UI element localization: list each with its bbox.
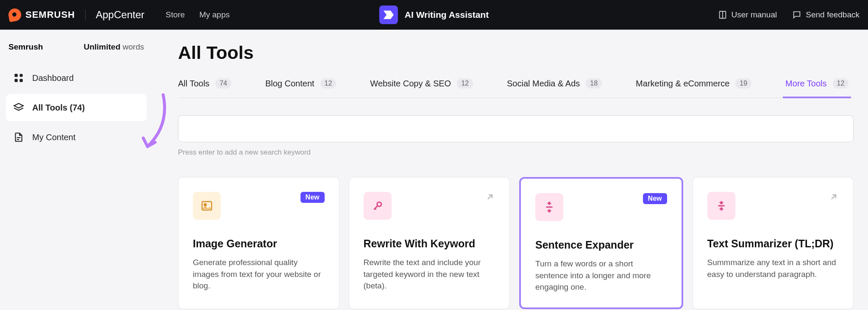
app-icon (379, 6, 398, 24)
new-badge: New (300, 192, 325, 203)
tab-label: Website Copy & SEO (370, 79, 451, 89)
collapse-icon (707, 192, 735, 220)
tab-count: 18 (586, 78, 602, 89)
current-app[interactable]: AI Writing Assistant (379, 6, 489, 24)
page-title: All Tools (178, 42, 854, 63)
svg-rect-5 (19, 79, 23, 82)
svg-line-14 (488, 195, 492, 199)
tab-count: 12 (320, 78, 337, 89)
external-link-icon (485, 192, 495, 204)
book-icon (718, 10, 727, 19)
semrush-logo-icon (8, 8, 22, 22)
layers-icon (13, 102, 25, 113)
tool-cards: New Image Generator Generate professiona… (178, 177, 854, 309)
search-input[interactable] (178, 115, 854, 142)
divider (85, 9, 86, 20)
brand-text: SEMRUSH (25, 9, 75, 20)
sidebar-brand: Semrush (8, 42, 43, 52)
topbar: SEMRUSH AppCenter Store My apps AI Writi… (0, 0, 868, 30)
tab-count: 19 (735, 78, 751, 89)
card-desc: Turn a few words or a short sentence int… (535, 258, 667, 293)
sidebar-item-label: My Content (32, 133, 75, 142)
image-icon (193, 192, 221, 220)
expand-icon (535, 193, 563, 221)
tab-more-tools[interactable]: More Tools 12 (785, 78, 849, 98)
external-link-icon (829, 192, 839, 204)
logo-area[interactable]: SEMRUSH AppCenter (8, 8, 145, 21)
category-tabs: All Tools 74 Blog Content 12 Website Cop… (178, 78, 854, 98)
tab-marketing[interactable]: Marketing & eCommerce 19 (636, 78, 751, 98)
main-content: All Tools All Tools 74 Blog Content 12 W… (153, 30, 868, 310)
tab-count: 12 (833, 78, 849, 89)
tab-label: Blog Content (265, 79, 314, 89)
nav-my-apps[interactable]: My apps (199, 10, 230, 19)
sidebar: Semrush Unlimited words Dashboard All To… (0, 30, 153, 310)
send-feedback-link[interactable]: Send feedback (792, 10, 860, 19)
card-rewrite-keyword[interactable]: Rewrite With Keyword Rewrite the text an… (349, 177, 510, 309)
svg-line-13 (375, 208, 376, 210)
send-feedback-label: Send feedback (806, 10, 860, 19)
svg-marker-6 (14, 103, 23, 108)
tab-blog-content[interactable]: Blog Content 12 (265, 78, 336, 98)
svg-point-10 (204, 204, 206, 206)
card-sentence-expander[interactable]: New Sentence Expander Turn a few words o… (519, 177, 683, 309)
new-badge: New (643, 193, 667, 204)
card-desc: Generate professional quality images fro… (193, 257, 325, 292)
key-icon (364, 192, 392, 220)
tab-label: All Tools (178, 79, 209, 89)
sidebar-item-dashboard[interactable]: Dashboard (6, 64, 147, 91)
sidebar-item-my-content[interactable]: My Content (6, 124, 147, 151)
card-title: Rewrite With Keyword (364, 238, 495, 250)
sidebar-header: Semrush Unlimited words (6, 42, 147, 64)
svg-line-21 (832, 195, 836, 199)
tab-count: 74 (215, 78, 231, 89)
top-nav: Store My apps (166, 10, 230, 19)
card-image-generator[interactable]: New Image Generator Generate professiona… (178, 177, 339, 309)
card-desc: Summmarize any text in a short and easy … (707, 257, 839, 280)
user-manual-label: User manual (732, 10, 777, 19)
user-manual-link[interactable]: User manual (718, 10, 777, 19)
sidebar-item-all-tools[interactable]: All Tools (74) (6, 94, 147, 121)
sidebar-item-label: All Tools (74) (32, 103, 85, 113)
chat-icon (792, 10, 801, 19)
grid-icon (13, 72, 25, 84)
app-name: AI Writing Assistant (405, 10, 489, 20)
tab-all-tools[interactable]: All Tools 74 (178, 78, 231, 98)
svg-point-11 (377, 202, 381, 206)
svg-rect-2 (14, 74, 18, 77)
tab-label: Marketing & eCommerce (636, 79, 729, 89)
appcenter-label: AppCenter (96, 9, 145, 21)
card-desc: Rewrite the text and include your target… (364, 257, 495, 292)
topbar-right: User manual Send feedback (718, 10, 860, 19)
tab-count: 12 (457, 78, 473, 89)
card-title: Image Generator (193, 238, 325, 250)
word-limit: Unlimited words (83, 42, 144, 52)
card-title: Text Summarizer (TL;DR) (707, 238, 839, 250)
sidebar-item-label: Dashboard (32, 73, 74, 83)
card-text-summarizer[interactable]: Text Summarizer (TL;DR) Summmarize any t… (693, 177, 854, 309)
svg-rect-4 (14, 79, 18, 82)
tab-website-copy[interactable]: Website Copy & SEO 12 (370, 78, 473, 98)
tab-label: More Tools (785, 79, 826, 89)
file-icon (13, 131, 25, 143)
search-hint: Press enter to add a new search keyword (178, 148, 854, 157)
nav-store[interactable]: Store (166, 10, 185, 19)
tab-social-media[interactable]: Social Media & Ads 18 (507, 78, 602, 98)
card-title: Sentence Expander (535, 239, 667, 251)
tab-label: Social Media & Ads (507, 79, 580, 89)
svg-rect-3 (19, 74, 23, 77)
